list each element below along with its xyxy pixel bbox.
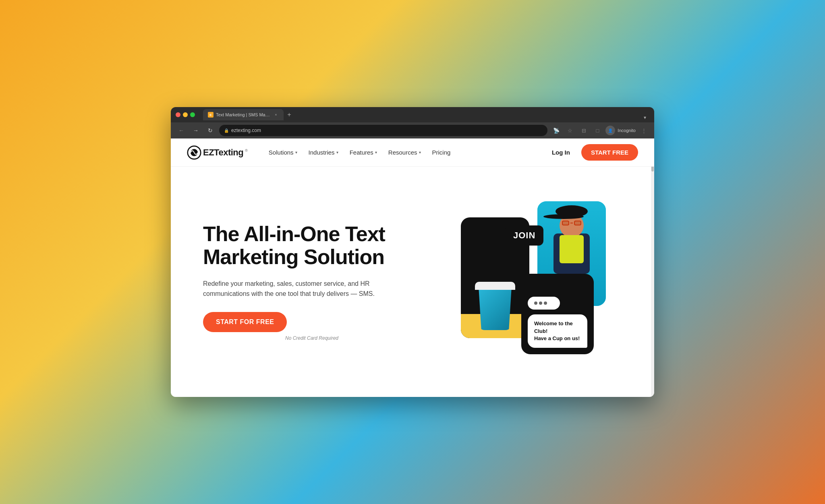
tab-bar: E Text Marketing | SMS Marketin... × + ▾ xyxy=(203,109,649,120)
phone-mockups: JOIN xyxy=(453,201,606,362)
coffee-cup xyxy=(473,278,517,330)
cast-icon[interactable]: 📡 xyxy=(551,125,562,136)
nav-menu: Solutions ▾ Industries ▾ Features ▾ Reso… xyxy=(264,146,547,159)
url-text: eztexting.com xyxy=(231,128,261,133)
typing-indicator xyxy=(528,297,560,310)
login-button[interactable]: Log In xyxy=(547,146,575,159)
toolbar-actions: 📡 ☆ ⊟ □ 👤 Incognito ⋮ xyxy=(551,125,649,136)
logo[interactable]: EZTexting ® xyxy=(187,145,248,160)
glass-bridge xyxy=(570,223,573,223)
no-credit-card-label: No Credit Card Required xyxy=(203,335,421,341)
start-for-free-button[interactable]: START FOR FREE xyxy=(203,312,287,332)
tab-manager-icon[interactable]: ⊟ xyxy=(578,125,589,136)
hat-brim xyxy=(543,214,584,219)
cup-lid xyxy=(475,282,515,290)
chevron-down-icon: ▾ xyxy=(295,150,297,155)
welcome-message-bubble: Welcome to the Club! Have a Cup on us! xyxy=(528,314,587,348)
browser-window: E Text Marketing | SMS Marketin... × + ▾… xyxy=(171,107,654,397)
start-free-nav-button[interactable]: START FREE xyxy=(581,144,638,161)
bookmark-icon[interactable]: ☆ xyxy=(564,125,576,136)
glass-lens-left xyxy=(562,221,569,225)
close-button[interactable] xyxy=(176,112,180,117)
menu-icon[interactable]: ⋮ xyxy=(638,125,649,136)
join-badge: JOIN xyxy=(505,225,543,246)
typing-dot-3 xyxy=(544,302,547,305)
nav-solutions[interactable]: Solutions ▾ xyxy=(264,146,302,159)
logo-text: EZTexting xyxy=(203,147,243,158)
forward-button[interactable]: → xyxy=(190,125,201,136)
hero-section: The All-in-One Text Marketing Solution R… xyxy=(171,167,654,397)
tab-title: Text Marketing | SMS Marketin... xyxy=(216,112,271,117)
chevron-down-icon: ▾ xyxy=(375,150,377,155)
extensions-icon[interactable]: □ xyxy=(592,125,603,136)
website-content: EZTexting ® Solutions ▾ Industries ▾ Fea… xyxy=(171,138,654,397)
navbar: EZTexting ® Solutions ▾ Industries ▾ Fea… xyxy=(171,138,654,167)
back-button[interactable]: ← xyxy=(176,125,187,136)
nav-features[interactable]: Features ▾ xyxy=(345,146,382,159)
hero-title: The All-in-One Text Marketing Solution xyxy=(203,223,421,269)
tab-dropdown-button[interactable]: ▾ xyxy=(641,115,649,120)
tab-favicon: E xyxy=(208,112,214,118)
minimize-button[interactable] xyxy=(183,112,188,117)
typing-dot-1 xyxy=(534,302,537,305)
tab-close-button[interactable]: × xyxy=(273,112,279,118)
glass-lens-right xyxy=(574,221,581,225)
lock-icon: 🔒 xyxy=(224,128,229,133)
address-bar[interactable]: 🔒 eztexting.com xyxy=(219,125,547,136)
nav-pricing[interactable]: Pricing xyxy=(427,146,456,159)
browser-toolbar: ← → ↻ 🔒 eztexting.com 📡 ☆ ⊟ □ 👤 Incognit… xyxy=(171,122,654,138)
browser-titlebar: E Text Marketing | SMS Marketin... × + ▾ xyxy=(171,107,654,122)
traffic-lights xyxy=(176,112,195,117)
cup-body xyxy=(477,290,513,330)
typing-dot-2 xyxy=(539,302,542,305)
profile-button[interactable]: 👤 xyxy=(605,126,615,135)
chevron-down-icon: ▾ xyxy=(336,150,338,155)
nav-industries[interactable]: Industries ▾ xyxy=(304,146,343,159)
hero-content: The All-in-One Text Marketing Solution R… xyxy=(203,223,421,341)
nav-resources[interactable]: Resources ▾ xyxy=(383,146,426,159)
reload-button[interactable]: ↻ xyxy=(205,125,216,136)
new-tab-button[interactable]: + xyxy=(284,109,295,120)
phone-chat: Welcome to the Club! Have a Cup on us! xyxy=(521,274,594,354)
maximize-button[interactable] xyxy=(190,112,195,117)
hero-illustration: JOIN xyxy=(421,193,638,370)
person-glasses xyxy=(562,221,581,225)
hero-subtitle: Redefine your marketing, sales, customer… xyxy=(203,279,404,299)
nav-actions: Log In START FREE xyxy=(547,144,638,161)
person-shirt xyxy=(560,235,584,263)
chevron-down-icon: ▾ xyxy=(419,150,421,155)
incognito-label: Incognito xyxy=(618,128,636,133)
browser-tab[interactable]: E Text Marketing | SMS Marketin... × xyxy=(203,109,284,120)
